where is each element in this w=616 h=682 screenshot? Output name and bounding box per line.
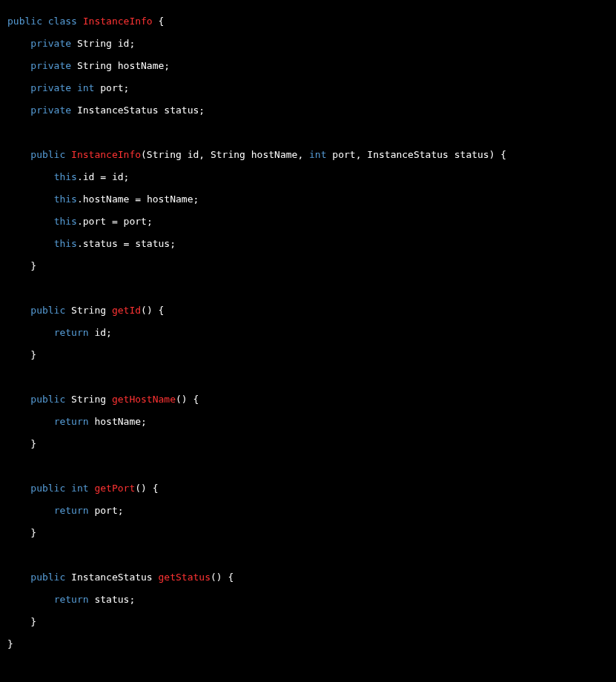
comma: , [297, 149, 303, 160]
assignment-id-lhs: id [83, 171, 95, 182]
assignment-port-lhs: port [83, 216, 106, 227]
constructor-name: InstanceInfo [71, 149, 141, 160]
brace-open: { [500, 149, 506, 160]
method-getport: getPort [94, 483, 135, 494]
semicolon: ; [199, 105, 205, 116]
keyword-public: public [30, 149, 65, 160]
semicolon: ; [124, 82, 130, 93]
brace-open: { [153, 483, 159, 494]
keyword-int: int [71, 483, 88, 494]
type-instancestatus: InstanceStatus [367, 149, 448, 160]
field-port: port [100, 82, 123, 93]
brace-close: } [30, 527, 36, 538]
keyword-return: return [54, 327, 89, 338]
type-string: String [77, 38, 112, 49]
brace-close: } [7, 638, 13, 649]
keyword-public: public [30, 483, 65, 494]
semicolon: ; [164, 60, 170, 71]
type-instancestatus: InstanceStatus [77, 105, 159, 116]
keyword-private: private [30, 105, 71, 116]
param-status: status [454, 149, 489, 160]
lparen: ( [176, 394, 182, 405]
field-id: id [118, 38, 130, 49]
keyword-private: private [30, 60, 71, 71]
semicolon: ; [118, 505, 124, 516]
keyword-return: return [54, 594, 89, 605]
type-string: String [71, 305, 106, 316]
brace-open: { [228, 572, 234, 583]
brace-close: } [30, 438, 36, 449]
method-getid: getId [112, 305, 141, 316]
semicolon: ; [129, 594, 135, 605]
return-hostname: hostName [94, 416, 141, 427]
method-gethostname: getHostName [112, 394, 176, 405]
type-string: String [211, 149, 245, 160]
semicolon: ; [129, 38, 135, 49]
type-string: String [77, 60, 112, 71]
lparen: ( [141, 305, 147, 316]
keyword-private: private [30, 82, 71, 93]
keyword-this: this [54, 238, 77, 249]
field-status: status [164, 105, 199, 116]
param-hostname: hostName [251, 149, 298, 160]
semicolon: ; [147, 216, 153, 227]
type-instancestatus: InstanceStatus [71, 572, 153, 583]
brace-close: } [30, 616, 36, 627]
assignment-status-lhs: status [83, 238, 118, 249]
type-string: String [147, 149, 182, 160]
keyword-public: public [30, 572, 65, 583]
brace-open: { [159, 305, 165, 316]
return-id: id [94, 327, 106, 338]
dot: . [77, 238, 83, 249]
assignment-port-rhs: port [124, 216, 147, 227]
class-name: InstanceInfo [83, 16, 153, 27]
code-block: public class InstanceInfo { private Stri… [7, 10, 609, 655]
param-id: id [188, 149, 199, 160]
lparen: ( [135, 483, 141, 494]
return-port: port [94, 505, 117, 516]
keyword-this: this [54, 171, 77, 182]
comma: , [356, 149, 362, 160]
type-string: String [71, 394, 106, 405]
keyword-public: public [7, 16, 42, 27]
keyword-this: this [54, 216, 77, 227]
lparen: ( [141, 149, 147, 160]
semicolon: ; [141, 416, 147, 427]
brace-close: } [30, 260, 36, 271]
equals: = [135, 193, 141, 205]
method-getstatus: getStatus [159, 572, 211, 583]
keyword-public: public [30, 394, 65, 405]
rparen: ) [216, 572, 222, 583]
comma: , [199, 149, 205, 160]
keyword-int: int [77, 82, 94, 93]
dot: . [77, 171, 83, 182]
assignment-status-rhs: status [135, 238, 170, 249]
keyword-return: return [54, 505, 89, 516]
equals: = [124, 238, 130, 249]
rparen: ) [147, 305, 153, 316]
brace-open: { [159, 16, 165, 27]
keyword-return: return [54, 416, 89, 427]
keyword-class: class [48, 16, 77, 27]
return-status: status [94, 594, 129, 605]
keyword-private: private [30, 38, 71, 49]
keyword-int: int [309, 149, 326, 160]
rparen: ) [489, 149, 495, 160]
semicolon: ; [193, 193, 199, 205]
brace-close: } [30, 349, 36, 360]
param-port: port [332, 149, 355, 160]
dot: . [77, 216, 83, 227]
field-hostname: hostName [118, 60, 165, 71]
equals: = [100, 171, 106, 182]
assignment-hostname-lhs: hostName [83, 193, 130, 205]
keyword-this: this [54, 193, 77, 205]
semicolon: ; [170, 238, 176, 249]
brace-open: { [193, 394, 199, 405]
rparen: ) [141, 483, 147, 494]
dot: . [77, 193, 83, 205]
assignment-id-rhs: id [112, 171, 124, 182]
assignment-hostname-rhs: hostName [147, 193, 193, 205]
semicolon: ; [106, 327, 112, 338]
lparen: ( [211, 572, 216, 583]
equals: = [112, 216, 118, 227]
